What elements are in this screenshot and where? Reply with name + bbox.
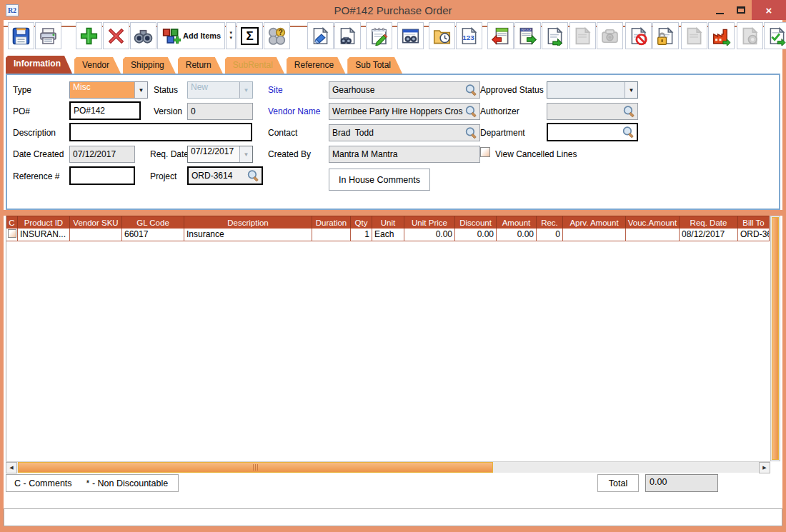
column-header-c[interactable]: C [6, 216, 18, 229]
search-window-button[interactable] [397, 22, 424, 49]
document-plain-button[interactable] [569, 22, 596, 49]
chevron-down-icon[interactable]: ▼ [134, 82, 147, 98]
factory-order-button[interactable] [708, 22, 735, 49]
add-items-button[interactable]: Add Items [157, 22, 225, 49]
maximize-button[interactable] [730, 0, 752, 20]
save-button[interactable] [8, 22, 34, 49]
cell-unit[interactable]: Each [372, 229, 404, 241]
column-header-product-id[interactable]: Product ID [18, 216, 70, 229]
lock-document-button[interactable] [652, 22, 679, 49]
import-invoice-button[interactable] [487, 22, 514, 49]
tab-reference[interactable]: Reference [287, 57, 345, 74]
department-lookup-icon[interactable] [622, 126, 635, 139]
column-header-gl-code[interactable]: GL Code [122, 216, 184, 229]
table-row[interactable]: INSURAN...66017Insurance1Each0.000.000.0… [6, 229, 770, 241]
cell-unit-price[interactable]: 0.00 [404, 229, 455, 241]
description-input[interactable] [69, 123, 252, 141]
approve-document-button[interactable] [764, 22, 786, 49]
type-combo[interactable]: Misc ▼ [69, 81, 148, 99]
numbers-document-button[interactable]: 123 [456, 22, 482, 49]
chevron-down-icon[interactable]: ▼ [625, 82, 637, 98]
site-lookup-icon[interactable] [464, 84, 478, 97]
cell-c[interactable] [6, 229, 18, 241]
approved-status-combo[interactable]: ▼ [547, 81, 638, 99]
cell-discount[interactable]: 0.00 [455, 229, 497, 241]
cell-aprv-amount[interactable] [563, 229, 626, 241]
vendor-name-field[interactable]: Werribee Party Hire Hoppers Cros [329, 103, 480, 120]
project-lookup-icon[interactable] [247, 169, 260, 183]
column-header-discount[interactable]: Discount [455, 216, 497, 229]
contact-lookup-icon[interactable] [464, 126, 478, 140]
site-link-label[interactable]: Site [268, 85, 283, 95]
column-header-duration[interactable]: Duration [312, 216, 351, 229]
column-header-req-date[interactable]: Req. Date [680, 216, 738, 229]
sum-button[interactable]: Σ [237, 22, 263, 49]
tab-sub-total[interactable]: Sub Total [347, 57, 402, 74]
column-header-aprv-amount[interactable]: Aprv. Amount [563, 216, 626, 229]
document-plain-2-button[interactable] [681, 22, 707, 49]
print-button[interactable] [35, 22, 61, 49]
cell-vendor-sku[interactable] [70, 229, 122, 241]
process-document-button[interactable] [737, 22, 763, 49]
horizontal-scrollbar[interactable]: ◀ ▶ [6, 461, 770, 473]
reference-input[interactable] [69, 166, 135, 185]
close-button[interactable]: × [752, 0, 786, 20]
cell-description[interactable]: Insurance [184, 229, 312, 241]
send-document-button[interactable] [542, 22, 568, 49]
form-grid-splitter[interactable] [4, 210, 782, 216]
add-line-button[interactable] [76, 22, 102, 49]
delete-line-button[interactable] [103, 22, 129, 49]
cell-amount[interactable]: 0.00 [497, 229, 537, 241]
cell-gl-code[interactable]: 66017 [122, 229, 184, 241]
vendor-name-link-label[interactable]: Vendor Name [268, 106, 320, 116]
cell-bill-to[interactable]: ORD-3614 [738, 229, 770, 241]
column-header-qty[interactable]: Qty [351, 216, 372, 229]
column-header-rec-[interactable]: Rec. [537, 216, 563, 229]
column-header-description[interactable]: Description [184, 216, 312, 229]
authorizer-field[interactable] [547, 103, 638, 120]
column-header-bill-to[interactable]: Bill To [738, 216, 770, 229]
contact-field[interactable]: Brad Todd [329, 124, 480, 141]
req-date-picker[interactable]: 07/12/2017 ▼ [187, 146, 253, 163]
vertical-scrollbar-thumb[interactable] [772, 217, 779, 460]
vendor-lookup-icon[interactable] [464, 105, 478, 119]
cell-req-date[interactable]: 08/12/2017 [680, 229, 738, 241]
horizontal-scrollbar-thumb[interactable] [18, 462, 493, 473]
block-document-button[interactable] [625, 22, 652, 49]
history-folder-button[interactable] [429, 22, 455, 49]
column-header-unit-price[interactable]: Unit Price [404, 216, 455, 229]
cell-rec-[interactable]: 0 [537, 229, 563, 241]
po-number-input[interactable] [69, 101, 141, 120]
in-house-comments-button[interactable]: In House Comments [329, 169, 430, 191]
availability-button[interactable]: ? [264, 22, 290, 49]
edit-document-button[interactable] [307, 22, 334, 49]
vertical-scrollbar[interactable] [770, 216, 780, 461]
column-header-vouc-amount[interactable]: Vouc.Amount [626, 216, 680, 229]
tab-return[interactable]: Return [178, 57, 223, 74]
tab-vendor[interactable]: Vendor [74, 57, 121, 74]
chevron-down-icon[interactable]: ▼ [239, 146, 252, 162]
column-header-unit[interactable]: Unit [372, 216, 404, 229]
department-field[interactable] [547, 123, 638, 141]
edit-notes-button[interactable] [366, 22, 392, 49]
authorizer-lookup-icon[interactable] [622, 105, 636, 119]
cell-vouc-amount[interactable] [626, 229, 680, 241]
add-items-more-button[interactable]: ▼▼ [226, 22, 236, 49]
cell-qty[interactable]: 1 [351, 229, 372, 241]
tab-shipping[interactable]: Shipping [123, 57, 176, 74]
site-field[interactable]: Gearhouse [329, 81, 480, 99]
search-document-button[interactable] [334, 22, 361, 49]
cell-product-id[interactable]: INSURAN... [18, 229, 70, 241]
view-cancelled-checkbox[interactable] [480, 147, 490, 157]
find-button[interactable] [130, 22, 156, 49]
scroll-right-button[interactable]: ▶ [759, 462, 770, 473]
tab-subrental[interactable]: SubRental [225, 57, 284, 74]
minimize-button[interactable] [709, 0, 730, 20]
cell-duration[interactable] [312, 229, 351, 241]
camera-button[interactable] [597, 22, 623, 49]
tab-information[interactable]: Information [6, 56, 72, 74]
column-header-amount[interactable]: Amount [497, 216, 537, 229]
project-field[interactable]: ORD-3614 [187, 166, 263, 185]
column-header-vendor-sku[interactable]: Vendor SKU [70, 216, 122, 229]
row-comment-checkbox[interactable] [8, 229, 16, 238]
